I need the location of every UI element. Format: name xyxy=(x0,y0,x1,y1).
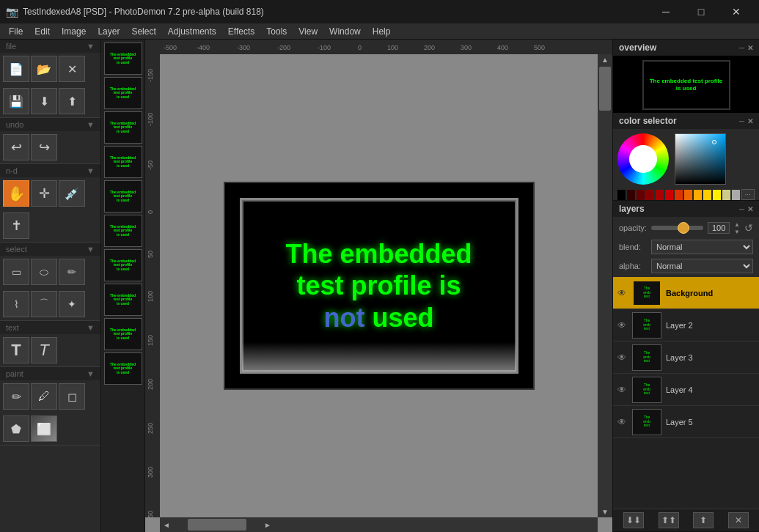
flatten-button[interactable]: ⬆⬆ xyxy=(659,512,679,528)
ellipse-select-button[interactable]: ⬭ xyxy=(31,259,57,285)
menu-adjustments[interactable]: Adjustments xyxy=(162,25,222,38)
layer-eye-icon[interactable]: 👁 xyxy=(617,288,628,298)
scrollbar-h-left-arrow[interactable]: ◄ xyxy=(160,521,173,529)
opacity-up-arrow[interactable]: ▲ xyxy=(734,221,740,228)
delete-layer-button[interactable]: ✕ xyxy=(728,512,749,528)
magic-wand-button[interactable]: ✦ xyxy=(59,291,85,317)
canvas-scroll[interactable]: The embedded test profile is not used xyxy=(160,54,598,517)
menu-layer[interactable]: Layer xyxy=(92,25,125,38)
layer-item-4[interactable]: 👁 Theembtest Layer 4 xyxy=(613,374,759,406)
undo-collapse-icon[interactable]: ▼ xyxy=(87,120,95,129)
save-down-button[interactable]: ⬇ xyxy=(31,88,57,114)
layer-item-5[interactable]: 👁 Theembtest Layer 5 xyxy=(613,406,759,438)
opacity-down-arrow[interactable]: ▼ xyxy=(734,229,740,235)
merge-down-button[interactable]: ⬇⬇ xyxy=(623,512,644,528)
rect-select-button[interactable]: ▭ xyxy=(3,259,29,285)
move-layer-up-button[interactable]: ⬆ xyxy=(693,512,714,528)
hand-tool-button[interactable]: ✋ xyxy=(3,180,29,207)
layer-eye-icon-4[interactable]: 👁 xyxy=(617,385,628,395)
text-tool-button[interactable]: T xyxy=(3,337,29,363)
save-button[interactable]: 💾 xyxy=(3,88,29,114)
layer-item-3[interactable]: 👁 Theembtest Layer 3 xyxy=(613,341,759,374)
overview-close-icon[interactable]: ✕ xyxy=(747,44,753,52)
palette-swatch-9[interactable] xyxy=(694,190,702,200)
menu-view[interactable]: View xyxy=(293,25,323,38)
layers-collapse-icon[interactable]: ─ xyxy=(739,205,744,213)
pencil-tool-button[interactable]: ✏ xyxy=(3,383,29,410)
palette-more-button[interactable]: ··· xyxy=(741,189,755,200)
left-layer-thumb-6[interactable]: The embeddedtest profileis used xyxy=(104,215,142,247)
layer-eye-icon-3[interactable]: 👁 xyxy=(617,352,628,363)
left-layer-thumb-7[interactable]: The embeddedtest profileis used xyxy=(104,249,142,281)
alpha-select[interactable]: Normal Multiply Screen xyxy=(651,259,753,273)
scrollbar-v-thumb[interactable] xyxy=(599,67,611,111)
overview-collapse-icon[interactable]: ─ xyxy=(739,44,744,52)
color-wheel[interactable] xyxy=(617,133,669,185)
horizontal-scrollbar[interactable]: ◄ ► xyxy=(160,517,598,532)
poly-lasso-button[interactable]: ⌒ xyxy=(31,291,57,317)
minimize-button[interactable]: ─ xyxy=(649,0,683,23)
opacity-slider-thumb[interactable] xyxy=(678,222,689,234)
palette-swatch-5[interactable] xyxy=(656,190,664,200)
menu-effects[interactable]: Effects xyxy=(222,25,260,38)
palette-swatch-7[interactable] xyxy=(675,190,683,200)
left-layer-thumb-9[interactable]: The embeddedtest profileis used xyxy=(104,318,142,350)
maximize-button[interactable]: □ xyxy=(684,0,718,23)
pencil-select-button[interactable]: ✏ xyxy=(59,259,85,285)
scrollbar-v-up-arrow[interactable]: ▲ xyxy=(601,56,609,64)
redo-button[interactable]: ↪ xyxy=(31,134,57,160)
menu-select[interactable]: Select xyxy=(125,25,161,38)
open-file-button[interactable]: 📂 xyxy=(31,56,57,82)
save-up-button[interactable]: ⬆ xyxy=(59,88,85,114)
color-close-icon[interactable]: ✕ xyxy=(747,117,753,125)
close-file-button[interactable]: ✕ xyxy=(59,56,85,82)
palette-swatch-3[interactable] xyxy=(637,190,645,200)
crop-button[interactable]: ✝ xyxy=(3,213,29,239)
palette-swatch-13[interactable] xyxy=(732,190,740,200)
menu-help[interactable]: Help xyxy=(367,25,397,38)
fill-button[interactable]: ⬟ xyxy=(3,415,29,442)
layer-item-background[interactable]: 👁 Theembtest Background xyxy=(613,277,759,309)
palette-swatch-6[interactable] xyxy=(665,190,673,200)
opacity-slider-track[interactable] xyxy=(651,226,703,230)
menu-edit[interactable]: Edit xyxy=(29,25,56,38)
color-square[interactable] xyxy=(675,133,726,185)
color-collapse-icon[interactable]: ─ xyxy=(739,117,744,125)
undo-button[interactable]: ↩ xyxy=(3,134,29,160)
eraser-button[interactable]: ◻ xyxy=(59,383,85,410)
left-layer-thumb-4[interactable]: The embeddedtest profileis used xyxy=(104,146,142,178)
nd-collapse-icon[interactable]: ▼ xyxy=(87,166,95,175)
select-collapse-icon[interactable]: ▼ xyxy=(87,245,95,254)
menu-image[interactable]: Image xyxy=(56,25,92,38)
scrollbar-h-thumb[interactable] xyxy=(188,519,246,531)
new-file-button[interactable]: 📄 xyxy=(3,56,29,82)
vertical-scrollbar[interactable]: ▲ ▼ xyxy=(598,54,612,517)
palette-swatch-1[interactable] xyxy=(617,190,626,200)
menu-file[interactable]: File xyxy=(3,25,29,38)
text-vertical-button[interactable]: T xyxy=(31,337,57,363)
scrollbar-v-down-arrow[interactable]: ▼ xyxy=(601,508,609,516)
palette-swatch-2[interactable] xyxy=(627,190,635,200)
opacity-value-input[interactable] xyxy=(708,222,730,234)
layer-eye-icon-2[interactable]: 👁 xyxy=(617,320,628,330)
palette-swatch-8[interactable] xyxy=(684,190,692,200)
layer-eye-icon-5[interactable]: 👁 xyxy=(617,417,628,427)
left-layer-thumb-5[interactable]: The embeddedtest profileis used xyxy=(104,180,142,213)
left-layer-thumb-1[interactable]: The embeddedtest profileis used xyxy=(104,43,142,75)
left-layer-thumb-8[interactable]: The embeddedtest profileis used xyxy=(104,284,142,316)
file-collapse-icon[interactable]: ▼ xyxy=(87,42,95,51)
brush-button[interactable]: 🖊 xyxy=(31,383,57,410)
palette-swatch-12[interactable] xyxy=(722,190,730,200)
paint-collapse-icon[interactable]: ▼ xyxy=(87,369,95,378)
palette-swatch-4[interactable] xyxy=(646,190,654,200)
blend-select[interactable]: Normal Multiply Screen Overlay xyxy=(651,240,753,254)
menu-window[interactable]: Window xyxy=(323,25,367,38)
close-button[interactable]: ✕ xyxy=(719,0,753,23)
gradient-button[interactable]: ⬜ xyxy=(31,415,57,442)
palette-swatch-10[interactable] xyxy=(703,190,711,200)
lasso-button[interactable]: ⌇ xyxy=(3,291,29,317)
left-layer-thumb-10[interactable]: The embeddedtest profileis used xyxy=(104,352,142,385)
menu-tools[interactable]: Tools xyxy=(260,25,293,38)
layers-close-icon[interactable]: ✕ xyxy=(747,205,753,213)
left-layer-thumb-2[interactable]: The embeddedtest profileis used xyxy=(104,77,142,109)
